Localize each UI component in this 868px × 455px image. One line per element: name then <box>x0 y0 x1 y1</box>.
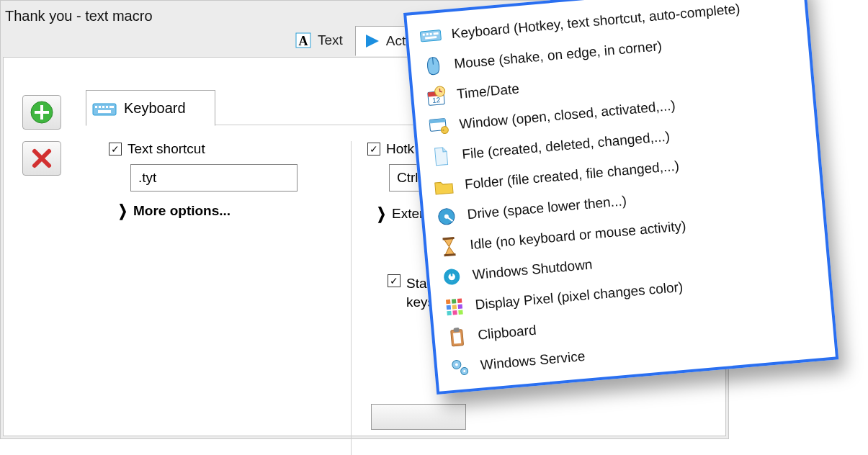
svg-rect-11 <box>102 106 104 108</box>
column-separator <box>351 141 352 455</box>
svg-rect-42 <box>458 304 463 309</box>
check-label: Text shortcut <box>127 141 205 157</box>
chevron-right-icon: ❯ <box>377 204 386 223</box>
tab-label: Text <box>318 32 343 48</box>
svg-rect-39 <box>457 298 462 303</box>
mouse-icon <box>421 54 445 78</box>
svg-rect-8 <box>93 104 116 115</box>
svg-rect-18 <box>430 33 432 35</box>
gears-icon <box>448 356 472 379</box>
checkbox-icon: ✓ <box>109 143 122 156</box>
svg-marker-2 <box>366 35 379 48</box>
menu-label: Time/Date <box>456 81 520 102</box>
svg-rect-19 <box>434 32 439 35</box>
svg-rect-44 <box>452 310 457 315</box>
svg-rect-9 <box>95 106 97 108</box>
expander-label: More options... <box>133 203 231 219</box>
check-label: Hotk <box>386 141 414 157</box>
power-icon <box>440 265 464 289</box>
svg-rect-16 <box>423 34 425 36</box>
delete-trigger-button[interactable] <box>22 141 61 176</box>
svg-rect-15 <box>420 30 441 42</box>
text-shortcut-input[interactable] <box>130 164 297 192</box>
svg-text:A: A <box>299 34 308 48</box>
svg-rect-43 <box>447 311 452 316</box>
svg-point-28 <box>441 126 449 134</box>
hard-drive-icon <box>435 205 459 229</box>
window-title: Thank you - text macro <box>5 8 153 24</box>
text-tab-icon: A <box>293 32 313 49</box>
trigger-tab-keyboard[interactable]: Keyboard <box>86 90 215 126</box>
text-shortcut-checkbox[interactable]: ✓ Text shortcut <box>109 141 339 157</box>
svg-line-36 <box>452 271 452 276</box>
svg-rect-45 <box>458 310 463 315</box>
svg-rect-17 <box>426 33 429 35</box>
window-key-icon <box>427 114 451 138</box>
clipboard-icon <box>445 325 469 349</box>
trigger-menu: Keyboard (Hotkey, text shortcut, auto-co… <box>403 0 838 395</box>
menu-label: Clipboard <box>477 323 537 343</box>
text-shortcut-column: ✓ Text shortcut ❯ More options... <box>109 141 339 220</box>
svg-rect-12 <box>106 106 108 108</box>
add-trigger-popup: Keyboard (Hotkey, text shortcut, auto-co… <box>403 0 868 443</box>
menu-label: Windows Shutdown <box>472 257 593 283</box>
svg-rect-37 <box>446 299 451 305</box>
svg-rect-47 <box>453 328 459 333</box>
keyboard-icon <box>92 100 117 116</box>
trigger-tab-label: Keyboard <box>124 100 186 117</box>
trigger-side-buttons <box>22 95 61 176</box>
tab-text[interactable]: A Text <box>287 25 353 55</box>
svg-rect-41 <box>452 305 457 310</box>
svg-rect-40 <box>447 305 452 310</box>
checkbox-icon: ✓ <box>367 143 380 156</box>
folder-icon <box>432 175 456 199</box>
more-options-expander[interactable]: ❯ More options... <box>116 202 339 220</box>
hourglass-icon <box>437 235 461 258</box>
svg-rect-29 <box>442 130 444 131</box>
calendar-clock-icon: 12 <box>424 84 448 108</box>
file-icon <box>429 145 453 168</box>
svg-rect-48 <box>453 333 461 344</box>
menu-label: Windows Service <box>480 348 586 374</box>
svg-rect-7 <box>35 111 49 114</box>
chevron-right-icon: ❯ <box>118 202 127 220</box>
activation-tab-icon <box>362 32 382 50</box>
svg-text:12: 12 <box>432 96 441 104</box>
svg-rect-38 <box>452 299 457 304</box>
add-trigger-button[interactable] <box>22 95 61 130</box>
svg-rect-10 <box>99 106 101 108</box>
pixel-grid-icon <box>443 295 467 319</box>
keyboard-icon <box>419 24 443 48</box>
svg-rect-14 <box>98 110 111 113</box>
checkbox-icon: ✓ <box>388 274 401 287</box>
svg-rect-13 <box>109 106 114 108</box>
